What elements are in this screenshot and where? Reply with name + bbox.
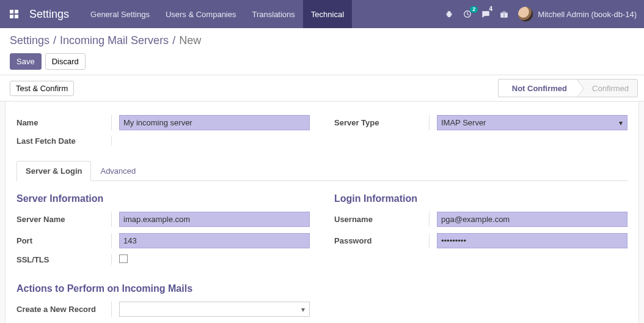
breadcrumb-parent[interactable]: Incoming Mail Servers [60,34,169,47]
server-type-label: Server Type [334,118,429,127]
status-steps: Not Confirmed Confirmed [498,79,638,97]
field-server-name: Server Name [16,212,310,227]
save-button[interactable]: Save [10,53,42,70]
field-ssl: SSL/TLS [16,254,310,265]
svg-rect-7 [503,13,505,17]
field-username: Username [334,212,628,227]
status-label: Not Confirmed [512,84,567,93]
messages-badge: 4 [487,6,496,13]
status-confirmed[interactable]: Confirmed [578,79,638,97]
nav-menu: General Settings Users & Companies Trans… [82,0,445,28]
control-panel: Settings / Incoming Mail Servers / New S… [0,28,644,75]
create-record-input[interactable] [119,302,310,317]
avatar [518,7,533,21]
status-label: Confirmed [592,84,629,93]
svg-rect-1 [15,10,18,13]
debug-menu[interactable] [445,10,453,18]
server-name-label: Server Name [16,215,111,224]
svg-rect-3 [15,15,18,18]
bug-icon [445,10,453,18]
gift-button[interactable] [500,10,508,18]
test-confirm-button[interactable]: Test & Confirm [10,81,74,96]
name-label: Name [16,118,111,127]
discard-button[interactable]: Discard [45,53,86,70]
field-create-record: Create a New Record [16,302,310,317]
tab-advanced[interactable]: Advanced [91,161,145,181]
field-port: Port [16,233,310,248]
section-actions: Actions to Perform on Incoming Mails [16,283,628,294]
server-type-select[interactable]: IMAP Server [437,115,628,130]
gift-icon [500,10,508,18]
ssl-label: SSL/TLS [16,255,111,264]
form-sheet: Name Last Fetch Date Server Type [5,102,639,323]
form-action-buttons: Save Discard [10,53,634,70]
menu-translations[interactable]: Translations [244,0,303,28]
apps-launcher[interactable] [0,0,26,28]
server-name-input[interactable] [119,212,310,227]
password-input[interactable] [437,233,628,248]
menu-general-settings[interactable]: General Settings [82,0,158,28]
form-tabs: Server & Login Advanced [16,160,628,181]
create-record-label: Create a New Record [16,305,111,314]
nav-right: 2 4 Mitchell Admin (book-db-14) [445,0,644,28]
last-fetch-label: Last Fetch Date [16,136,111,146]
port-input[interactable] [119,233,310,248]
activities-button[interactable]: 2 [463,10,472,18]
messages-button[interactable]: 4 [481,10,490,18]
status-not-confirmed[interactable]: Not Confirmed [498,79,578,97]
field-last-fetch: Last Fetch Date [16,136,310,146]
breadcrumb-sep: / [172,34,175,47]
svg-rect-0 [10,10,13,13]
svg-rect-2 [10,15,13,18]
field-password: Password [334,233,628,248]
section-login-info: Login Information [334,193,628,204]
menu-users-companies[interactable]: Users & Companies [158,0,244,28]
statusbar: Test & Confirm Not Confirmed Confirmed [0,75,644,102]
user-name: Mitchell Admin (book-db-14) [538,10,637,19]
top-navbar: Settings General Settings Users & Compan… [0,0,644,28]
app-title[interactable]: Settings [26,0,82,28]
username-label: Username [334,215,429,224]
breadcrumb: Settings / Incoming Mail Servers / New [10,34,634,47]
user-menu[interactable]: Mitchell Admin (book-db-14) [518,7,637,21]
name-input[interactable] [119,115,310,130]
menu-technical[interactable]: Technical [303,0,352,28]
section-server-info: Server Information [16,193,310,204]
port-label: Port [16,236,111,245]
apps-icon [10,10,18,18]
breadcrumb-root[interactable]: Settings [10,34,49,47]
username-input[interactable] [437,212,628,227]
tab-server-login[interactable]: Server & Login [16,161,91,181]
ssl-checkbox[interactable] [119,254,128,263]
field-name: Name [16,115,310,130]
field-server-type: Server Type IMAP Server [334,115,628,130]
password-label: Password [334,236,429,245]
breadcrumb-current: New [179,34,201,47]
breadcrumb-sep: / [53,34,56,47]
activities-badge: 2 [470,6,478,13]
